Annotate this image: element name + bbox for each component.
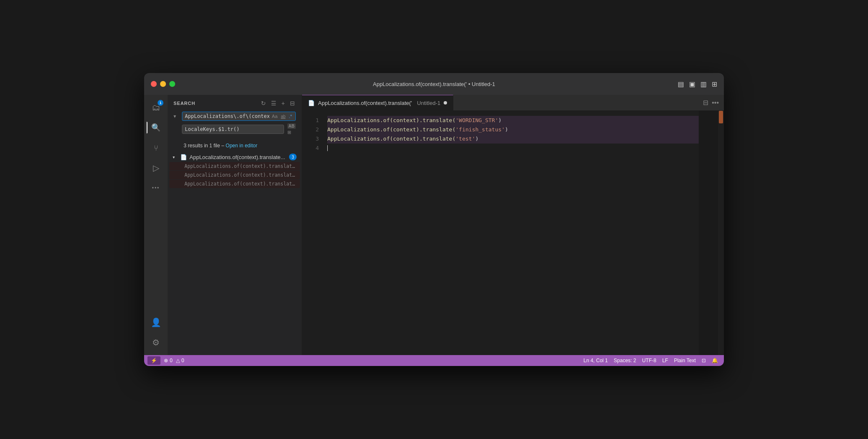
match-item-1[interactable]: AppLocalizations.of(context).translate('… bbox=[169, 162, 300, 170]
open-in-editor-link[interactable]: Open in editor bbox=[226, 143, 257, 149]
sidebar-item-run-debug[interactable]: ▷ bbox=[147, 159, 165, 177]
scrollbar-track[interactable] bbox=[718, 111, 724, 355]
warning-icon: △ bbox=[176, 358, 180, 363]
more-icon: ••• bbox=[152, 185, 160, 191]
minimize-button[interactable] bbox=[160, 81, 166, 87]
maximize-button[interactable] bbox=[169, 81, 175, 87]
sidebar-header: SEARCH ↻ ☰ + ⊟ bbox=[168, 95, 302, 112]
source-control-status[interactable]: ⚡ bbox=[147, 356, 160, 365]
editor-area: 📄 AppLocalizations.of(context).translate… bbox=[302, 95, 724, 355]
file-header[interactable]: ▾ 📄 AppLocalizations.of(context).transla… bbox=[169, 152, 300, 162]
sidebar-item-settings[interactable]: ⚙ bbox=[147, 333, 165, 352]
sidebar-item-explorer[interactable]: 🗂 1 bbox=[147, 98, 165, 117]
preserve-case-button[interactable]: AB bbox=[287, 123, 296, 129]
layout-icon[interactable]: ▣ bbox=[689, 80, 695, 88]
clear-results-button[interactable]: ☰ bbox=[270, 99, 277, 107]
replace-expand-chevron[interactable]: ▾ bbox=[174, 126, 180, 132]
search-expand-chevron[interactable]: ▾ bbox=[174, 113, 180, 119]
editor-tab-actions: ⊟ ••• bbox=[703, 99, 724, 107]
line-number-2: 2 bbox=[302, 125, 319, 134]
title-bar: AppLocalizations.of(context).translate('… bbox=[144, 73, 724, 95]
split-editor-action[interactable]: ⊟ bbox=[703, 99, 708, 107]
refresh-button[interactable]: ↻ bbox=[260, 99, 267, 107]
code-punc-2: ) bbox=[505, 125, 508, 134]
sidebar-item-search[interactable]: 🔍 bbox=[147, 118, 165, 137]
broadcast-status[interactable]: ⊡ bbox=[699, 356, 708, 365]
cursor bbox=[327, 145, 328, 151]
search-input-icons: Aa ab .* bbox=[271, 113, 293, 119]
use-regex-button[interactable]: .* bbox=[288, 113, 293, 119]
sidebar-toggle-icon[interactable]: ▤ bbox=[678, 80, 684, 88]
search-row: ▾ Aa ab .* bbox=[174, 112, 296, 121]
sidebar-title: SEARCH bbox=[174, 101, 195, 106]
title-bar-icons: ▤ ▣ ▥ ⊞ bbox=[678, 80, 717, 88]
split-editor-icon[interactable]: ▥ bbox=[700, 80, 707, 88]
customize-layout-icon[interactable]: ⊞ bbox=[712, 80, 717, 88]
source-control-status-icon: ⚡ bbox=[151, 358, 157, 363]
code-str-1: 'WORDING_STR' bbox=[455, 116, 498, 125]
spaces-status[interactable]: Spaces: 2 bbox=[611, 356, 639, 365]
replace-all-button[interactable]: ⊞ bbox=[287, 130, 296, 135]
search-input-wrapper: Aa ab .* bbox=[182, 112, 296, 121]
editor-tabs: 📄 AppLocalizations.of(context).translate… bbox=[302, 95, 724, 111]
warning-count: 0 bbox=[181, 358, 184, 363]
more-actions-button[interactable]: ••• bbox=[712, 99, 719, 107]
encoding-status[interactable]: UTF-8 bbox=[639, 356, 659, 365]
line-ending-status[interactable]: LF bbox=[660, 356, 671, 365]
search-input[interactable] bbox=[185, 113, 269, 119]
explorer-badge: 1 bbox=[158, 100, 163, 106]
line-number-1: 1 bbox=[302, 116, 319, 125]
language-status[interactable]: Plain Text bbox=[671, 356, 698, 365]
sidebar-item-profile[interactable]: 👤 bbox=[147, 313, 165, 332]
code-fn-1: AppLocalizations.of(context).translate( bbox=[327, 116, 455, 125]
code-fn-2: AppLocalizations.of(context).translate( bbox=[327, 125, 455, 134]
file-name: AppLocalizations.of(context).translate..… bbox=[189, 154, 287, 160]
code-editor: 1 2 3 4 AppLocalizations.of(context).tra… bbox=[302, 111, 724, 355]
code-line-1: AppLocalizations.of(context).translate('… bbox=[327, 116, 699, 125]
match-word-button[interactable]: ab bbox=[280, 114, 287, 119]
match-count-badge: 3 bbox=[289, 154, 297, 160]
tab-secondary-name: Untitled-1 bbox=[417, 100, 441, 106]
file-result: ▾ 📄 AppLocalizations.of(context).transla… bbox=[169, 152, 300, 188]
code-str-3: 'test' bbox=[455, 134, 475, 144]
errors-status[interactable]: ⊗ 0 △ 0 bbox=[161, 356, 187, 365]
sidebar: SEARCH ↻ ☰ + ⊟ ▾ Aa ab bbox=[168, 95, 302, 355]
status-bar: ⚡ ⊗ 0 △ 0 Ln 4, Col 1 Spaces: 2 UTF-8 LF… bbox=[144, 355, 724, 366]
settings-icon: ⚙ bbox=[152, 337, 160, 348]
editor-tab-1[interactable]: 📄 AppLocalizations.of(context).translate… bbox=[302, 95, 453, 110]
close-button[interactable] bbox=[151, 81, 157, 87]
search-icon: 🔍 bbox=[151, 123, 160, 132]
sidebar-actions: ↻ ☰ + ⊟ bbox=[260, 99, 296, 107]
main-content: 🗂 1 🔍 ⑂ ▷ ••• 👤 ⚙ bbox=[144, 95, 724, 355]
line-number-4: 4 bbox=[302, 144, 319, 153]
tab-dirty-indicator bbox=[444, 101, 447, 105]
code-line-4 bbox=[327, 144, 699, 153]
scrollbar-thumb[interactable] bbox=[719, 111, 723, 123]
code-str-2: 'finish_status' bbox=[455, 125, 505, 134]
notification-status[interactable]: 🔔 bbox=[709, 356, 721, 365]
results-count: 3 results in 1 file bbox=[184, 143, 220, 149]
replace-input[interactable] bbox=[185, 126, 281, 132]
collapse-all-button[interactable]: ⊟ bbox=[289, 99, 296, 107]
tab-file-icon: 📄 bbox=[308, 100, 315, 106]
match-item-3[interactable]: AppLocalizations.of(context).translate('… bbox=[169, 180, 300, 188]
error-count: 0 bbox=[170, 358, 173, 363]
sidebar-item-source-control[interactable]: ⑂ bbox=[147, 138, 165, 157]
match-case-button[interactable]: Aa bbox=[271, 113, 278, 119]
error-icon: ⊗ bbox=[164, 358, 168, 363]
replace-input-wrapper bbox=[182, 125, 284, 134]
code-line-3: AppLocalizations.of(context).translate('… bbox=[327, 134, 699, 144]
line-numbers: 1 2 3 4 bbox=[302, 111, 322, 355]
open-new-editor-button[interactable]: + bbox=[281, 99, 286, 107]
code-content[interactable]: AppLocalizations.of(context).translate('… bbox=[322, 111, 699, 355]
code-fn-3: AppLocalizations.of(context).translate( bbox=[327, 134, 455, 144]
match-item-2[interactable]: AppLocalizations.of(context).translate('… bbox=[169, 171, 300, 179]
file-type-icon: 📄 bbox=[180, 154, 187, 160]
replace-row: ▾ AB ⊞ bbox=[174, 123, 296, 135]
profile-icon: 👤 bbox=[151, 317, 161, 327]
cursor-position-status[interactable]: Ln 4, Col 1 bbox=[581, 356, 610, 365]
tab-primary-name: AppLocalizations.of(context).translate(' bbox=[318, 100, 412, 106]
sidebar-item-more[interactable]: ••• bbox=[147, 179, 165, 197]
window-title: AppLocalizations.of(context).translate('… bbox=[373, 81, 495, 87]
line-number-3: 3 bbox=[302, 134, 319, 144]
